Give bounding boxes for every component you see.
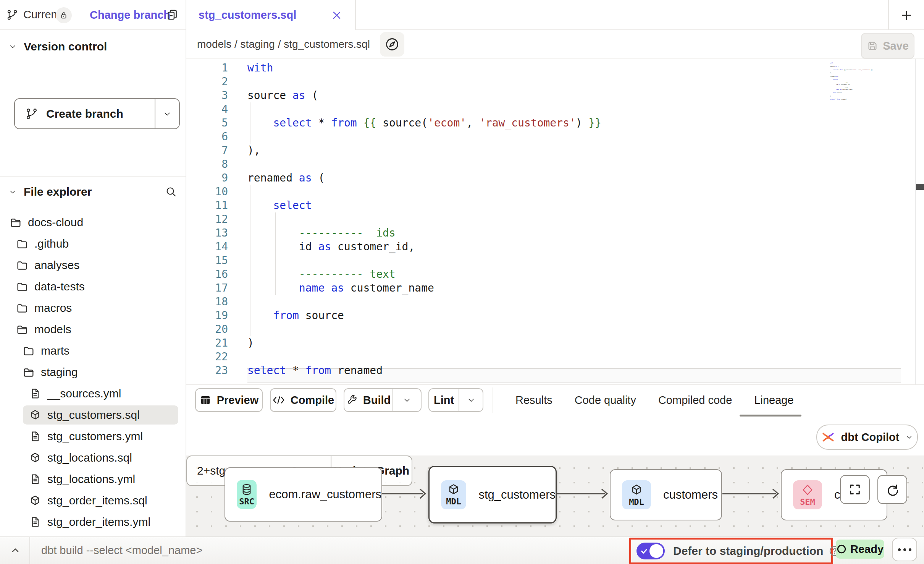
code-line-14[interactable]: 14 id as customer_id,: [186, 240, 924, 254]
tree-item-.github[interactable]: .github: [0, 233, 186, 254]
code-line-18[interactable]: 18: [186, 295, 924, 309]
code-line-20[interactable]: 20: [186, 323, 924, 336]
code-line-1[interactable]: 1with: [186, 61, 924, 75]
save-button[interactable]: Save: [861, 33, 914, 59]
lint-main[interactable]: Lint: [429, 389, 459, 411]
node-label: stg_customers: [478, 488, 556, 502]
lineage-node-ecom.raw_customers[interactable]: SRCecom.raw_customers: [225, 467, 382, 522]
ready-label: Ready: [850, 543, 884, 556]
save-label: Save: [883, 40, 909, 52]
dots-icon: [898, 548, 901, 551]
tree-item-models[interactable]: models: [0, 319, 186, 340]
build-main[interactable]: Build: [344, 389, 393, 411]
file-explorer-header[interactable]: File explorer: [0, 181, 186, 203]
compile-label: Compile: [291, 394, 334, 407]
code-line-9[interactable]: 9renamed as (: [186, 171, 924, 185]
code-line-5[interactable]: 5 select * from {{ source('ecom', 'raw_c…: [186, 116, 924, 130]
lineage-node-customers[interactable]: MDLcustomers: [610, 469, 722, 520]
compile-button[interactable]: Compile: [270, 388, 336, 412]
file-tree: docs-cloud.githubanalysesdata-testsmacro…: [0, 212, 186, 533]
code-line-21[interactable]: 21): [186, 336, 924, 350]
lineage-node-customers[interactable]: SEMcustomers: [781, 469, 887, 520]
tabbar-divider: [888, 0, 889, 29]
code-line-8[interactable]: 8: [186, 157, 924, 171]
code-line-16[interactable]: 16 ---------- text: [186, 267, 924, 281]
open-docs-chip[interactable]: [380, 32, 404, 57]
code-line-12[interactable]: 12: [186, 212, 924, 226]
code-line-10[interactable]: 10: [186, 185, 924, 199]
code-line-6[interactable]: 6: [186, 130, 924, 144]
tree-item-stg_locations.yml[interactable]: stg_locations.yml: [0, 468, 186, 490]
tree-item-stg_locations.sql[interactable]: stg_locations.sql: [0, 447, 186, 468]
cube-icon: [630, 483, 643, 496]
more-options-button[interactable]: [892, 538, 917, 561]
line-number: 19: [186, 309, 228, 323]
create-branch-label: Create branch: [46, 107, 123, 120]
tree-item-analyses[interactable]: analyses: [0, 254, 186, 276]
lint-caret[interactable]: [459, 389, 483, 411]
panel-tab-code-quality[interactable]: Code quality: [575, 394, 636, 407]
build-button[interactable]: Build: [344, 388, 422, 412]
code-line-15[interactable]: 15: [186, 254, 924, 267]
refresh-button[interactable]: [877, 475, 907, 504]
create-branch-caret[interactable]: [155, 99, 179, 128]
lineage-node-stg_customers[interactable]: MDLstg_customers: [428, 466, 557, 523]
copy-icon[interactable]: [166, 8, 179, 21]
chevron-up-icon[interactable]: [10, 545, 21, 556]
tree-item-marts[interactable]: marts: [0, 340, 186, 361]
panel-tab-lineage[interactable]: Lineage: [754, 394, 793, 407]
tree-item-macros[interactable]: macros: [0, 297, 186, 319]
panel-tab-compiled-code[interactable]: Compiled code: [658, 394, 732, 407]
copilot-icon: [821, 430, 835, 444]
lint-button[interactable]: Lint: [428, 388, 483, 412]
code-line-13[interactable]: 13 ---------- ids: [186, 226, 924, 240]
editor-minimap[interactable]: withsource as ( select * from {{ source(…: [830, 62, 924, 100]
code-line-3[interactable]: 3source as (: [186, 89, 924, 102]
tree-item-stg_customers.yml[interactable]: stg_customers.yml: [0, 426, 186, 447]
editor-bottom-border: [186, 384, 924, 385]
code-editor[interactable]: 1with23source as (45 select * from {{ so…: [186, 59, 924, 384]
fullscreen-button[interactable]: [840, 475, 870, 504]
folder-icon: [16, 280, 28, 293]
command-input[interactable]: dbt build --select <model_name>: [41, 536, 202, 564]
tree-item-docs-cloud[interactable]: docs-cloud: [0, 212, 186, 233]
tree-item-stg_order_items.sql[interactable]: stg_order_items.sql: [0, 490, 186, 511]
tree-item-staging[interactable]: staging: [0, 361, 186, 383]
change-branch-link[interactable]: Change branch: [90, 9, 170, 21]
code-line-23: select * from renamed: [830, 99, 924, 100]
chevron-down-icon: [8, 188, 17, 196]
tree-item-data-tests[interactable]: data-tests: [0, 276, 186, 297]
line-number: 21: [186, 336, 228, 350]
code-line-19[interactable]: 19 from source: [186, 309, 924, 323]
code-line-23[interactable]: 23select * from renamed: [186, 364, 924, 378]
create-branch-button[interactable]: Create branch: [14, 98, 180, 129]
node-badge-MDL: MDL: [441, 480, 466, 509]
tab-stg-customers[interactable]: stg_customers.sql: [186, 0, 356, 30]
dbt-copilot-button[interactable]: dbt Copilot: [816, 425, 918, 450]
search-icon[interactable]: [165, 186, 177, 198]
tree-item-label: macros: [34, 301, 72, 314]
code-line-22[interactable]: 22: [186, 350, 924, 364]
tree-item-__sources.yml[interactable]: __sources.yml: [0, 383, 186, 404]
close-icon[interactable]: [331, 10, 342, 21]
code-line-7[interactable]: 7),: [186, 144, 924, 157]
line-number: 14: [186, 240, 228, 254]
code-line-4[interactable]: 4: [186, 102, 924, 116]
panel-tab-results[interactable]: Results: [515, 394, 552, 407]
create-branch-main[interactable]: Create branch: [15, 99, 155, 128]
panel-tabs: ResultsCode qualityCompiled codeLineage: [515, 388, 794, 412]
new-tab-button[interactable]: [900, 9, 913, 21]
tree-item-stg_order_items.yml[interactable]: stg_order_items.yml: [0, 511, 186, 533]
code-line-17[interactable]: 17 name as customer_name: [186, 281, 924, 295]
expand-icon: [848, 483, 862, 496]
code-line-11[interactable]: 11 select: [186, 199, 924, 212]
build-caret[interactable]: [393, 389, 421, 411]
version-control-header[interactable]: Version control: [0, 30, 186, 63]
lineage-canvas[interactable]: SRCecom.raw_customersMDLstg_customersMDL…: [186, 455, 924, 536]
line-number: 1: [186, 61, 228, 75]
build-label: Build: [363, 394, 391, 407]
defer-toggle[interactable]: [636, 543, 665, 559]
tree-item-stg_customers.sql[interactable]: stg_customers.sql: [0, 404, 186, 426]
preview-button[interactable]: Preview: [195, 388, 263, 412]
code-line-2[interactable]: 2: [186, 75, 924, 89]
